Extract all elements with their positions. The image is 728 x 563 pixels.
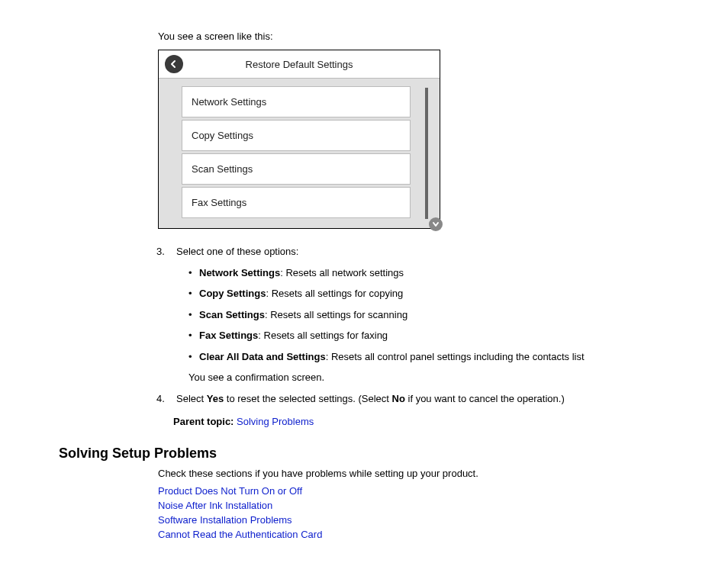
device-screenshot: Restore Default Settings Network Setting… (158, 50, 440, 229)
section-heading: Solving Setup Problems (59, 446, 669, 462)
topic-link[interactable]: Software Installation Problems (158, 514, 292, 526)
device-header: Restore Default Settings (159, 50, 440, 79)
topic-link[interactable]: Product Does Not Turn On or Off (158, 485, 302, 497)
step-3: Select one of these options: Network Set… (173, 244, 623, 385)
scroll-down-icon (429, 217, 443, 231)
parent-topic-link[interactable]: Solving Problems (237, 416, 314, 427)
device-title: Restore Default Settings (183, 59, 415, 70)
intro-text: You see a screen like this: (158, 31, 623, 42)
step-4: Select Yes to reset the selected setting… (173, 391, 623, 407)
back-icon (165, 55, 183, 73)
option-item: Clear All Data and Settings: Resets all … (188, 349, 623, 365)
parent-topic: Parent topic: Solving Problems (173, 416, 623, 427)
step-followup: You see a confirmation screen. (176, 370, 623, 385)
option-item: Copy Settings: Resets all settings for c… (188, 286, 623, 301)
device-scrollbar (421, 86, 432, 220)
step-lead: Select one of these options: (176, 246, 298, 257)
section-intro: Check these sections if you have problem… (158, 468, 623, 479)
device-item: Copy Settings (182, 120, 411, 151)
device-item: Fax Settings (182, 187, 411, 218)
topic-link[interactable]: Cannot Read the Authentication Card (158, 529, 322, 540)
option-item: Scan Settings: Resets all settings for s… (188, 307, 623, 323)
device-item: Network Settings (182, 86, 411, 117)
device-item: Scan Settings (182, 153, 411, 185)
option-item: Fax Settings: Resets all settings for fa… (188, 328, 623, 343)
device-list-area: Network Settings Copy Settings Scan Sett… (159, 79, 440, 228)
topic-link[interactable]: Noise After Ink Installation (158, 500, 272, 511)
option-item: Network Settings: Resets all network set… (188, 265, 623, 281)
